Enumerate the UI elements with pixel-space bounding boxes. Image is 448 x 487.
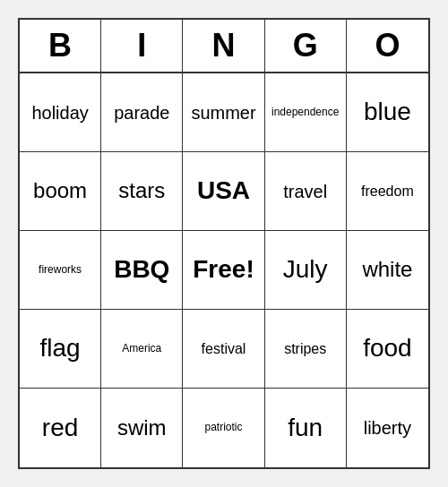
- cell-text: patriotic: [204, 422, 242, 433]
- bingo-cell[interactable]: boom: [20, 152, 101, 231]
- cell-text: boom: [33, 179, 87, 202]
- bingo-cell[interactable]: liberty: [347, 389, 428, 467]
- cell-text: stripes: [284, 341, 326, 357]
- bingo-cell[interactable]: parade: [101, 73, 183, 152]
- bingo-cell[interactable]: America: [101, 310, 183, 389]
- cell-text: white: [362, 258, 412, 281]
- header-letter: O: [347, 20, 428, 72]
- bingo-cell[interactable]: freedom: [347, 152, 428, 231]
- bingo-cell[interactable]: flag: [20, 310, 101, 389]
- cell-text: independence: [271, 107, 339, 118]
- bingo-cell[interactable]: stripes: [265, 310, 347, 389]
- bingo-grid: holidayparadesummerindependencebluebooms…: [20, 73, 428, 467]
- bingo-cell[interactable]: white: [347, 231, 428, 310]
- bingo-cell[interactable]: holiday: [20, 73, 101, 152]
- bingo-header: BINGO: [20, 20, 428, 73]
- header-letter: G: [265, 20, 347, 72]
- cell-text: holiday: [31, 103, 88, 123]
- header-letter: B: [20, 20, 101, 72]
- cell-text: parade: [114, 103, 169, 123]
- bingo-cell[interactable]: blue: [347, 73, 428, 152]
- cell-text: stars: [118, 179, 165, 202]
- bingo-cell[interactable]: travel: [265, 152, 347, 231]
- bingo-cell[interactable]: festival: [183, 310, 264, 389]
- bingo-cell[interactable]: red: [20, 389, 101, 467]
- bingo-cell[interactable]: fun: [265, 389, 347, 467]
- bingo-cell[interactable]: stars: [101, 152, 183, 231]
- cell-text: travel: [283, 182, 327, 201]
- bingo-card: BINGO holidayparadesummerindependenceblu…: [18, 18, 430, 469]
- cell-text: freedom: [361, 184, 414, 200]
- bingo-cell[interactable]: July: [265, 231, 347, 310]
- cell-text: blue: [364, 98, 411, 126]
- cell-text: summer: [191, 103, 255, 123]
- bingo-cell[interactable]: fireworks: [20, 231, 101, 310]
- bingo-cell[interactable]: independence: [265, 73, 347, 152]
- cell-text: flag: [40, 335, 81, 363]
- header-letter: I: [101, 20, 183, 72]
- bingo-cell[interactable]: patriotic: [183, 389, 264, 467]
- cell-text: liberty: [364, 418, 411, 438]
- header-letter: N: [183, 20, 264, 72]
- cell-text: BBQ: [114, 256, 169, 284]
- cell-text: red: [42, 414, 78, 442]
- cell-text: USA: [197, 177, 250, 205]
- cell-text: festival: [202, 341, 246, 357]
- cell-text: fireworks: [39, 264, 82, 276]
- bingo-cell[interactable]: food: [347, 310, 428, 389]
- bingo-cell[interactable]: summer: [183, 73, 264, 152]
- cell-text: swim: [117, 416, 167, 440]
- cell-text: July: [283, 256, 328, 284]
- bingo-cell[interactable]: BBQ: [101, 231, 183, 310]
- bingo-cell[interactable]: swim: [101, 389, 183, 467]
- cell-text: food: [363, 335, 412, 363]
- bingo-cell[interactable]: Free!: [183, 231, 264, 310]
- bingo-cell[interactable]: USA: [183, 152, 264, 231]
- cell-text: America: [122, 343, 161, 355]
- cell-text: fun: [288, 414, 323, 442]
- cell-text: Free!: [193, 256, 254, 284]
